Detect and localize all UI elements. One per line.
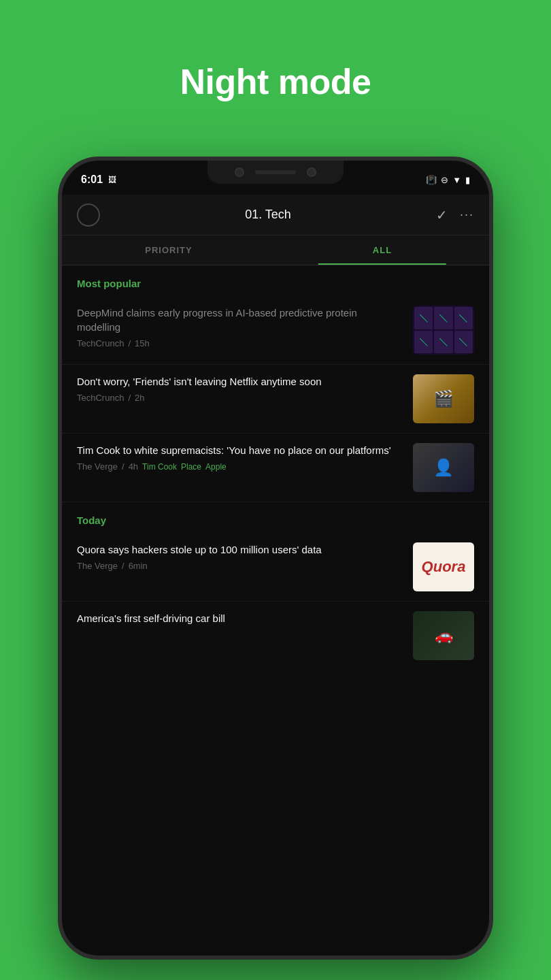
news-separator: / xyxy=(122,561,124,571)
more-icon[interactable]: ··· xyxy=(460,208,474,222)
news-tag-timcook[interactable]: Tim Cook xyxy=(142,462,177,472)
news-separator: / xyxy=(122,461,124,472)
phone-notch xyxy=(207,161,344,184)
news-title: Don't worry, 'Friends' isn't leaving Net… xyxy=(77,374,403,389)
app-header: 01. Tech ✓ ··· xyxy=(62,195,489,235)
vibrate-icon: 📳 xyxy=(426,175,437,185)
news-thumbnail: 🚗 xyxy=(413,611,474,660)
feed-title: 01. Tech xyxy=(245,208,291,222)
news-time: 6min xyxy=(129,561,148,571)
list-item[interactable]: Tim Cook to white supremacists: 'You hav… xyxy=(62,434,489,502)
news-separator: / xyxy=(128,338,131,348)
dnd-icon: ⊖ xyxy=(441,175,448,185)
header-actions: ✓ ··· xyxy=(436,207,474,223)
news-title: Tim Cook to white supremacists: 'You hav… xyxy=(77,443,403,457)
news-source: TechCrunch xyxy=(77,338,124,348)
check-icon[interactable]: ✓ xyxy=(436,207,448,223)
news-separator: / xyxy=(128,393,131,403)
news-text: Don't worry, 'Friends' isn't leaving Net… xyxy=(77,374,403,403)
news-thumbnail: Quora xyxy=(413,542,474,591)
news-time: 15h xyxy=(135,338,150,348)
page-title: Night mode xyxy=(180,61,371,102)
section-today: Today xyxy=(62,502,489,533)
news-title: DeepMind claims early progress in AI-bas… xyxy=(77,306,403,334)
news-thumbnail: 🎬 xyxy=(413,374,474,423)
news-text: Tim Cook to white supremacists: 'You hav… xyxy=(77,443,403,472)
news-feed: Most popular DeepMind claims early progr… xyxy=(62,265,489,670)
news-title: America's first self-driving car bill xyxy=(77,611,403,625)
news-time: 2h xyxy=(135,393,144,403)
list-item[interactable]: Quora says hackers stole up to 100 milli… xyxy=(62,533,489,602)
news-tag-apple[interactable]: Apple xyxy=(205,462,227,472)
news-time: 4h xyxy=(129,461,138,472)
battery-icon: ▮ xyxy=(465,175,470,185)
quora-logo: Quora xyxy=(422,558,466,576)
status-icons: 📳 ⊖ ▼ ▮ xyxy=(426,175,470,185)
news-text: DeepMind claims early progress in AI-bas… xyxy=(77,306,403,348)
news-title: Quora says hackers stole up to 100 milli… xyxy=(77,542,403,557)
tab-all[interactable]: ALL xyxy=(276,235,489,265)
back-button[interactable] xyxy=(77,203,100,227)
news-thumbnail: 👤 xyxy=(413,443,474,492)
news-meta: TechCrunch / 15h xyxy=(77,338,403,348)
status-time: 6:01 xyxy=(81,174,103,186)
news-thumbnail xyxy=(413,306,474,355)
news-meta: TechCrunch / 2h xyxy=(77,393,403,403)
news-source: The Verge xyxy=(77,461,118,472)
news-text: America's first self-driving car bill xyxy=(77,611,403,625)
news-text: Quora says hackers stole up to 100 milli… xyxy=(77,542,403,571)
list-item[interactable]: DeepMind claims early progress in AI-bas… xyxy=(62,296,489,365)
phone-screen: 01. Tech ✓ ··· PRIORITY ALL Most popular… xyxy=(62,195,489,956)
news-meta: The Verge / 4h Tim Cook Place Apple xyxy=(77,461,403,472)
news-source: The Verge xyxy=(77,561,118,571)
phone-mockup: 6:01 🖼 📳 ⊖ ▼ ▮ 01. Tech ✓ ··· xyxy=(58,157,493,960)
camera-dot-right xyxy=(307,167,316,177)
news-source: TechCrunch xyxy=(77,393,124,403)
tabs-bar: PRIORITY ALL xyxy=(62,235,489,265)
tab-priority[interactable]: PRIORITY xyxy=(62,235,276,265)
news-tag-place[interactable]: Place xyxy=(181,462,201,472)
section-most-popular: Most popular xyxy=(62,265,489,296)
news-meta: The Verge / 6min xyxy=(77,561,403,571)
list-item[interactable]: America's first self-driving car bill 🚗 xyxy=(62,602,489,670)
photo-icon: 🖼 xyxy=(108,175,116,184)
speaker-bar xyxy=(255,170,296,174)
wifi-icon: ▼ xyxy=(452,175,461,185)
camera-dot-left xyxy=(235,167,244,177)
list-item[interactable]: Don't worry, 'Friends' isn't leaving Net… xyxy=(62,365,489,434)
